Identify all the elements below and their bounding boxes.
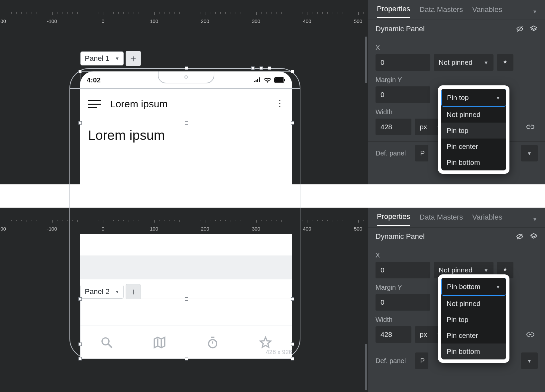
pin-dropdown[interactable]: Pin top ▼ Not pinnedPin topPin centerPin… [438, 85, 509, 174]
input-width[interactable]: 428 [376, 326, 411, 343]
svg-rect-2 [284, 79, 285, 81]
tab-data-masters[interactable]: Data Masters [419, 213, 463, 226]
add-panel-button[interactable]: ＋ [126, 51, 141, 66]
resize-handle[interactable] [78, 297, 82, 301]
input-margin-y[interactable]: 0 [376, 86, 430, 103]
wifi-icon [264, 76, 272, 84]
status-icons [253, 76, 285, 84]
resize-handle[interactable] [291, 70, 294, 73]
link-icon [526, 330, 535, 339]
layers-icon[interactable] [530, 233, 538, 241]
input-x[interactable]: 0 [376, 262, 430, 278]
chevron-down-icon: ▼ [484, 60, 489, 65]
resize-handle[interactable] [78, 357, 82, 360]
select-def-panel[interactable]: P [415, 352, 428, 369]
pin-dropdown-selected[interactable]: Pin top ▼ [441, 89, 506, 107]
sidebar-tabs: Properties Data Masters Variables ▾ [368, 0, 545, 20]
resize-handle[interactable] [78, 70, 82, 73]
input-width[interactable]: 428 [376, 119, 411, 135]
pin-option[interactable]: Pin top [441, 123, 506, 139]
selection-size-label: 428 x 926 [266, 349, 292, 356]
pin-option[interactable]: Pin center [441, 139, 506, 154]
pin-option[interactable]: Pin top [441, 312, 506, 328]
pin-dropdown[interactable]: Pin bottom ▼ Not pinnedPin topPin center… [438, 274, 509, 363]
horizontal-ruler: -200-1000100200300400500 [0, 12, 368, 26]
chevron-down-icon: ▼ [115, 289, 120, 294]
select-x-pin[interactable]: Not pinned ▼ [434, 54, 493, 71]
pin-dropdown-selected[interactable]: Pin bottom ▼ [441, 278, 506, 296]
layers-icon[interactable] [530, 25, 538, 33]
pin-icon [502, 267, 508, 273]
element-name: Dynamic Panel [376, 232, 425, 241]
panel-select-label: Panel 1 [85, 54, 110, 63]
selection-outline [80, 299, 292, 358]
resize-handle[interactable] [251, 66, 255, 70]
label-x: X [376, 44, 538, 51]
element-header: Dynamic Panel [368, 228, 545, 245]
hidden-icon[interactable] [516, 233, 524, 241]
resize-handle[interactable] [185, 357, 188, 360]
panel-switcher[interactable]: Panel 1 ▼ ＋ [80, 51, 141, 66]
pin-option[interactable]: Pin center [441, 328, 506, 343]
sidebar-tabs: Properties Data Masters Variables ▾ [368, 208, 545, 228]
resize-handle[interactable] [268, 66, 271, 70]
chevron-down-icon: ▼ [527, 150, 532, 156]
tabs-overflow-icon[interactable]: ▾ [533, 8, 536, 15]
tabs-overflow-icon[interactable]: ▾ [533, 216, 536, 223]
resize-handle[interactable] [260, 66, 263, 70]
canvas-bottom[interactable]: -200-1000100200300400500 Pan [0, 208, 368, 392]
link-dimensions-button[interactable] [523, 120, 538, 134]
resize-handle[interactable] [185, 66, 188, 70]
chevron-down-icon: ▼ [527, 358, 532, 364]
element-name: Dynamic Panel [376, 25, 425, 33]
resize-handle[interactable] [291, 343, 294, 346]
chevron-down-icon: ▼ [484, 267, 489, 273]
pin-option[interactable]: Pin bottom [441, 154, 506, 170]
pin-option[interactable]: Pin bottom [441, 343, 506, 359]
input-margin-y[interactable]: 0 [376, 294, 430, 311]
svg-rect-1 [275, 78, 283, 82]
label-x: X [376, 251, 538, 259]
status-time: 4:02 [87, 76, 101, 84]
resize-handle[interactable] [78, 343, 82, 346]
resize-handle[interactable] [291, 357, 294, 360]
tab-properties[interactable]: Properties [377, 5, 410, 18]
chevron-down-icon: ▼ [495, 95, 500, 101]
pin-button[interactable] [497, 54, 513, 71]
label-margin-y: Margin Y [376, 76, 538, 84]
pin-option[interactable]: Not pinned [441, 296, 506, 312]
tab-data-masters[interactable]: Data Masters [419, 5, 463, 18]
properties-sidebar: Properties Data Masters Variables ▾ Dyna… [368, 208, 545, 392]
select-def-panel[interactable]: P [415, 145, 428, 161]
label-def-panel: Def. panel [376, 149, 406, 157]
tab-variables[interactable]: Variables [472, 213, 502, 226]
def-panel-extra[interactable]: ▼ [521, 352, 538, 369]
properties-sidebar: Properties Data Masters Variables ▾ Dyna… [368, 0, 545, 184]
resize-handle[interactable] [185, 297, 188, 301]
hidden-icon[interactable] [516, 25, 524, 33]
canvas-scrollbar[interactable] [365, 244, 367, 385]
resize-handle[interactable] [291, 297, 294, 301]
panel-select-label: Panel 2 [85, 287, 110, 296]
resize-handle[interactable] [185, 346, 188, 349]
chevron-down-icon: ▼ [115, 56, 120, 61]
panel-select[interactable]: Panel 2 ▼ [80, 285, 124, 299]
panel-select[interactable]: Panel 1 ▼ [80, 51, 124, 65]
label-def-panel: Def. panel [376, 357, 406, 365]
phone-statusbar: 4:02 [80, 73, 292, 87]
link-dimensions-button[interactable] [523, 327, 538, 342]
element-header: Dynamic Panel [368, 20, 545, 38]
pin-option[interactable]: Not pinned [441, 107, 506, 123]
add-panel-button[interactable]: ＋ [126, 284, 141, 299]
battery-icon [274, 77, 285, 83]
link-icon [526, 123, 535, 131]
tab-properties[interactable]: Properties [377, 212, 410, 226]
signal-icon [253, 76, 261, 84]
canvas-scrollbar[interactable] [365, 37, 367, 178]
def-panel-extra[interactable]: ▼ [521, 145, 538, 161]
panel-switcher[interactable]: Panel 2 ▼ ＋ [80, 284, 141, 299]
input-x[interactable]: 0 [376, 54, 430, 71]
tab-variables[interactable]: Variables [472, 5, 502, 18]
chevron-down-icon: ▼ [495, 284, 500, 290]
pin-icon [502, 59, 508, 66]
